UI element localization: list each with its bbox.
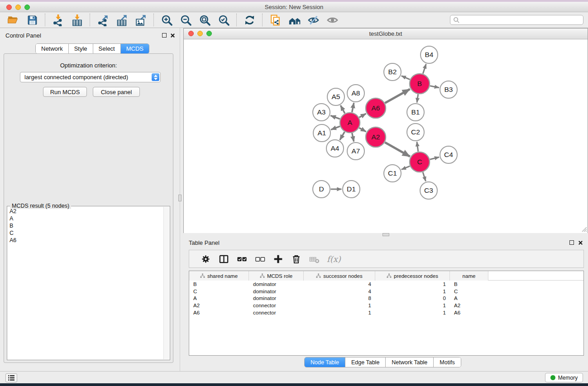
close-panel-button[interactable]: Close panel <box>93 87 140 97</box>
tab-select[interactable]: Select <box>93 44 120 53</box>
panel-divider-handle[interactable] <box>178 195 182 201</box>
export-table-button[interactable] <box>115 13 129 27</box>
node-B3[interactable]: B3 <box>440 81 457 98</box>
window-resize-grip[interactable] <box>581 226 587 232</box>
import-table-button[interactable] <box>70 13 84 27</box>
tab-mcds[interactable]: MCDS <box>120 44 149 53</box>
zoom-selected-button[interactable] <box>217 13 230 27</box>
node-A7[interactable]: A7 <box>347 143 364 160</box>
network-window-titlebar[interactable]: testGlobe.txt <box>184 29 588 39</box>
edge-A-A1[interactable] <box>331 126 340 129</box>
float-table-panel-icon[interactable] <box>569 240 574 245</box>
table-row[interactable]: A2connector11A2 <box>189 302 583 309</box>
node-A4[interactable]: A4 <box>326 140 344 157</box>
edge-B-B1[interactable] <box>417 94 418 102</box>
edge-B-B3[interactable] <box>430 86 439 88</box>
edge-C-C2[interactable] <box>417 142 418 151</box>
edge-A-A3[interactable] <box>330 115 340 119</box>
edge-A-A8[interactable] <box>352 103 354 112</box>
delete-column-button[interactable] <box>290 253 302 265</box>
select-all-button[interactable] <box>236 253 248 265</box>
tab-network[interactable]: Network <box>36 44 68 53</box>
table-settings-button[interactable] <box>200 253 211 265</box>
column-header-shared-name[interactable]: shared name <box>189 271 249 281</box>
node-D1[interactable]: D1 <box>343 181 360 198</box>
table-row[interactable]: Adominator80A <box>189 295 583 302</box>
node-D[interactable]: D <box>313 181 330 198</box>
edge-A-A4[interactable] <box>340 132 344 140</box>
tab-motifs[interactable]: Motifs <box>433 357 460 367</box>
memory-button[interactable]: Memory <box>545 373 583 382</box>
node-B[interactable]: B <box>410 74 430 94</box>
zoom-out-button[interactable] <box>179 13 192 27</box>
export-network-button[interactable] <box>96 13 110 27</box>
edge-C-C4[interactable] <box>430 157 439 159</box>
edge-B-B2[interactable] <box>402 76 410 80</box>
tab-node-table[interactable]: Node Table <box>305 357 345 367</box>
edge-A2-C[interactable] <box>385 143 410 157</box>
save-session-button[interactable] <box>25 13 39 27</box>
edge-A6-B[interactable] <box>385 89 410 103</box>
refresh-button[interactable] <box>243 13 256 27</box>
column-header-mcds-role[interactable]: MCDS role <box>249 271 304 281</box>
export-network-icon <box>97 14 109 26</box>
show-all-button[interactable] <box>325 13 339 27</box>
run-mcds-button[interactable]: Run MCDS <box>43 87 87 97</box>
node-C1[interactable]: C1 <box>384 165 401 182</box>
column-header-predecessor-nodes[interactable]: predecessor nodes <box>375 271 450 281</box>
tab-edge-table[interactable]: Edge Table <box>345 357 385 367</box>
table-row[interactable]: Bdominator41B <box>189 281 583 288</box>
column-header-name[interactable]: name <box>450 271 488 281</box>
add-column-button[interactable] <box>272 253 284 265</box>
node-B2[interactable]: B2 <box>384 63 401 81</box>
open-session-button[interactable] <box>6 13 20 27</box>
node-A1[interactable]: A1 <box>313 124 330 142</box>
edge-B-B4[interactable] <box>423 64 426 73</box>
zoom-fit-button[interactable] <box>198 13 211 27</box>
export-image-button[interactable] <box>134 13 148 27</box>
node-C4[interactable]: C4 <box>440 146 457 163</box>
import-network-button[interactable] <box>51 13 65 27</box>
result-item[interactable]: A6 <box>8 237 163 244</box>
node-C2[interactable]: C2 <box>407 124 424 141</box>
table-row[interactable]: A6connector11A6 <box>189 309 583 316</box>
edge-A-A6[interactable] <box>359 114 366 118</box>
node-C[interactable]: C <box>410 152 430 172</box>
edge-A-A2[interactable] <box>359 128 366 132</box>
float-panel-icon[interactable] <box>162 33 167 38</box>
node-B4[interactable]: B4 <box>421 46 438 63</box>
result-item[interactable]: A <box>8 215 163 222</box>
table-row[interactable]: Cdominator41C <box>189 288 583 295</box>
node-C3[interactable]: C3 <box>420 182 437 199</box>
tab-style[interactable]: Style <box>68 44 93 53</box>
hide-selected-button[interactable] <box>306 13 320 27</box>
home-view-button[interactable] <box>287 13 301 27</box>
network-graph[interactable]: A5A8A6A3AA1A4A7A2B4B2BB3B1C2CC4C1C3DD1 <box>184 40 588 233</box>
node-A[interactable]: A <box>340 113 360 133</box>
network-snapshot-button[interactable] <box>268 13 282 27</box>
column-header-successor-nodes[interactable]: successor nodes <box>304 271 375 281</box>
task-history-button[interactable] <box>5 373 17 382</box>
result-scrollbar[interactable] <box>163 207 169 359</box>
tab-network-table[interactable]: Network Table <box>385 357 433 367</box>
edge-C-C3[interactable] <box>423 172 425 181</box>
node-A3[interactable]: A3 <box>313 104 330 121</box>
node-A2[interactable]: A2 <box>366 127 386 147</box>
close-table-panel-icon[interactable] <box>578 240 583 245</box>
zoom-in-button[interactable] <box>160 13 173 27</box>
edge-A-A5[interactable] <box>340 105 345 113</box>
result-item[interactable]: B <box>8 222 163 229</box>
edge-A-A7[interactable] <box>352 133 354 142</box>
close-panel-icon[interactable] <box>170 33 175 38</box>
edge-C-C1[interactable] <box>402 166 410 170</box>
node-A6[interactable]: A6 <box>366 98 386 118</box>
node-A5[interactable]: A5 <box>327 88 344 105</box>
result-item[interactable]: C <box>8 229 163 237</box>
deselect-all-button[interactable] <box>254 253 266 265</box>
show-columns-button[interactable] <box>218 253 229 265</box>
node-B1[interactable]: B1 <box>407 104 424 121</box>
node-A8[interactable]: A8 <box>347 85 364 102</box>
optimization-select[interactable]: largest connected component (directed) <box>20 72 161 82</box>
result-item[interactable]: A2 <box>8 208 163 215</box>
search-input[interactable] <box>450 15 583 25</box>
